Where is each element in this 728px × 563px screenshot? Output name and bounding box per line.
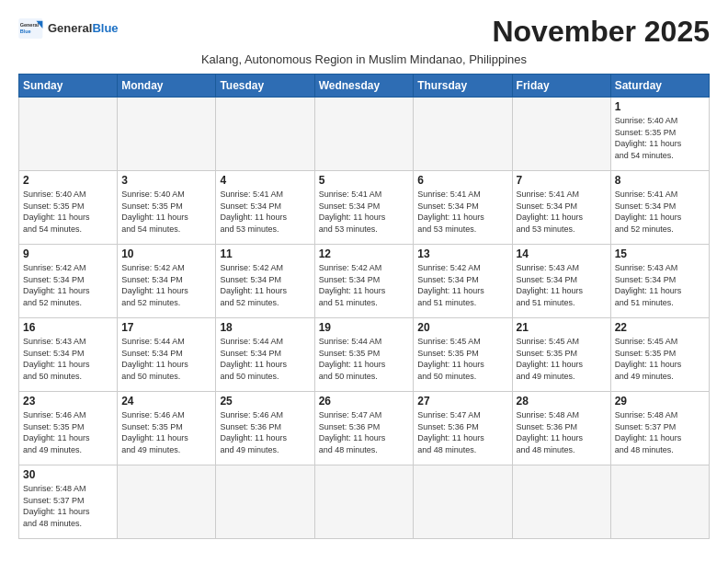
day-info: Sunrise: 5:45 AM Sunset: 5:35 PM Dayligh… [517,336,607,382]
calendar-cell: 18Sunrise: 5:44 AM Sunset: 5:34 PM Dayli… [216,318,314,392]
calendar-cell: 14Sunrise: 5:43 AM Sunset: 5:34 PM Dayli… [512,245,610,318]
day-number: 1 [615,100,705,113]
calendar-header-sunday: Sunday [19,75,118,98]
calendar-table: SundayMondayTuesdayWednesdayThursdayFrid… [18,74,710,539]
day-number: 12 [319,247,410,260]
day-number: 11 [220,247,310,260]
calendar-cell: 29Sunrise: 5:48 AM Sunset: 5:37 PM Dayli… [610,392,709,465]
day-info: Sunrise: 5:43 AM Sunset: 5:34 PM Dayligh… [23,336,113,382]
calendar-cell: 21Sunrise: 5:45 AM Sunset: 5:35 PM Dayli… [512,318,610,392]
calendar-header-friday: Friday [512,75,610,98]
day-number: 3 [121,174,211,187]
calendar-cell: 19Sunrise: 5:44 AM Sunset: 5:35 PM Dayli… [314,318,414,392]
day-info: Sunrise: 5:40 AM Sunset: 5:35 PM Dayligh… [23,189,113,235]
day-info: Sunrise: 5:42 AM Sunset: 5:34 PM Dayligh… [417,262,507,308]
calendar-cell [314,98,414,171]
calendar-week-4: 23Sunrise: 5:46 AM Sunset: 5:35 PM Dayli… [19,392,710,465]
calendar-cell: 30Sunrise: 5:48 AM Sunset: 5:37 PM Dayli… [19,465,118,539]
day-info: Sunrise: 5:40 AM Sunset: 5:35 PM Dayligh… [121,189,211,235]
calendar-cell: 6Sunrise: 5:41 AM Sunset: 5:34 PM Daylig… [414,171,512,245]
calendar-subtitle: Kalang, Autonomous Region in Muslim Mind… [18,52,710,66]
day-number: 6 [417,174,507,187]
calendar-cell [314,465,414,539]
calendar-cell [216,98,314,171]
day-number: 26 [319,395,410,408]
calendar-cell: 5Sunrise: 5:41 AM Sunset: 5:34 PM Daylig… [314,171,414,245]
day-info: Sunrise: 5:41 AM Sunset: 5:34 PM Dayligh… [220,189,310,235]
day-number: 24 [121,395,211,408]
calendar-cell [118,465,216,539]
day-info: Sunrise: 5:42 AM Sunset: 5:34 PM Dayligh… [319,262,410,308]
calendar-cell: 12Sunrise: 5:42 AM Sunset: 5:34 PM Dayli… [314,245,414,318]
calendar-cell: 4Sunrise: 5:41 AM Sunset: 5:34 PM Daylig… [216,171,314,245]
day-number: 27 [417,395,507,408]
day-number: 10 [121,247,211,260]
day-number: 17 [121,321,211,334]
day-info: Sunrise: 5:44 AM Sunset: 5:35 PM Dayligh… [319,336,410,382]
logo: General Blue GeneralBlue [18,15,119,39]
day-number: 21 [517,321,607,334]
day-info: Sunrise: 5:43 AM Sunset: 5:34 PM Dayligh… [615,262,705,308]
logo-text: GeneralBlue [48,21,119,36]
calendar-cell: 22Sunrise: 5:45 AM Sunset: 5:35 PM Dayli… [610,318,709,392]
day-number: 19 [319,321,410,334]
calendar-header-wednesday: Wednesday [314,75,414,98]
day-info: Sunrise: 5:41 AM Sunset: 5:34 PM Dayligh… [319,189,410,235]
day-info: Sunrise: 5:41 AM Sunset: 5:34 PM Dayligh… [417,189,507,235]
month-title: November 2025 [492,15,710,49]
day-number: 23 [23,395,113,408]
page-header: General Blue GeneralBlue November 2025 [18,15,710,49]
calendar-cell: 25Sunrise: 5:46 AM Sunset: 5:36 PM Dayli… [216,392,314,465]
calendar-cell [216,465,314,539]
day-info: Sunrise: 5:46 AM Sunset: 5:35 PM Dayligh… [23,409,113,455]
day-number: 18 [220,321,310,334]
calendar-cell: 27Sunrise: 5:47 AM Sunset: 5:36 PM Dayli… [414,392,512,465]
calendar-cell: 2Sunrise: 5:40 AM Sunset: 5:35 PM Daylig… [19,171,118,245]
day-info: Sunrise: 5:48 AM Sunset: 5:37 PM Dayligh… [23,483,113,529]
calendar-cell: 24Sunrise: 5:46 AM Sunset: 5:35 PM Dayli… [118,392,216,465]
day-info: Sunrise: 5:42 AM Sunset: 5:34 PM Dayligh… [220,262,310,308]
day-info: Sunrise: 5:46 AM Sunset: 5:35 PM Dayligh… [121,409,211,455]
calendar-week-2: 9Sunrise: 5:42 AM Sunset: 5:34 PM Daylig… [19,245,710,318]
day-number: 22 [615,321,705,334]
calendar-cell [19,98,118,171]
day-number: 5 [319,174,410,187]
calendar-cell [118,98,216,171]
day-info: Sunrise: 5:48 AM Sunset: 5:37 PM Dayligh… [615,409,705,455]
calendar-header-row: SundayMondayTuesdayWednesdayThursdayFrid… [19,75,710,98]
day-info: Sunrise: 5:45 AM Sunset: 5:35 PM Dayligh… [615,336,705,382]
calendar-week-3: 16Sunrise: 5:43 AM Sunset: 5:34 PM Dayli… [19,318,710,392]
calendar-cell: 10Sunrise: 5:42 AM Sunset: 5:34 PM Dayli… [118,245,216,318]
svg-text:General: General [20,22,40,28]
day-number: 15 [615,247,705,260]
day-number: 30 [23,468,113,481]
calendar-header-monday: Monday [118,75,216,98]
day-info: Sunrise: 5:45 AM Sunset: 5:35 PM Dayligh… [417,336,507,382]
day-info: Sunrise: 5:42 AM Sunset: 5:34 PM Dayligh… [121,262,211,308]
day-info: Sunrise: 5:47 AM Sunset: 5:36 PM Dayligh… [417,409,507,455]
calendar-cell: 1Sunrise: 5:40 AM Sunset: 5:35 PM Daylig… [610,98,709,171]
calendar-cell [414,98,512,171]
logo-icon: General Blue [18,18,44,39]
calendar-cell: 28Sunrise: 5:48 AM Sunset: 5:36 PM Dayli… [512,392,610,465]
day-info: Sunrise: 5:48 AM Sunset: 5:36 PM Dayligh… [517,409,607,455]
day-info: Sunrise: 5:40 AM Sunset: 5:35 PM Dayligh… [615,115,705,161]
day-number: 25 [220,395,310,408]
day-number: 13 [417,247,507,260]
calendar-cell: 9Sunrise: 5:42 AM Sunset: 5:34 PM Daylig… [19,245,118,318]
calendar-cell: 8Sunrise: 5:41 AM Sunset: 5:34 PM Daylig… [610,171,709,245]
calendar-header-thursday: Thursday [414,75,512,98]
day-number: 8 [615,174,705,187]
day-info: Sunrise: 5:41 AM Sunset: 5:34 PM Dayligh… [615,189,705,235]
day-number: 16 [23,321,113,334]
calendar-cell: 26Sunrise: 5:47 AM Sunset: 5:36 PM Dayli… [314,392,414,465]
day-info: Sunrise: 5:43 AM Sunset: 5:34 PM Dayligh… [517,262,607,308]
calendar-cell: 7Sunrise: 5:41 AM Sunset: 5:34 PM Daylig… [512,171,610,245]
logo-wordmark: GeneralBlue [48,21,119,36]
day-info: Sunrise: 5:42 AM Sunset: 5:34 PM Dayligh… [23,262,113,308]
day-number: 4 [220,174,310,187]
calendar-cell: 13Sunrise: 5:42 AM Sunset: 5:34 PM Dayli… [414,245,512,318]
calendar-cell [512,465,610,539]
day-number: 2 [23,174,113,187]
calendar-header-saturday: Saturday [610,75,709,98]
